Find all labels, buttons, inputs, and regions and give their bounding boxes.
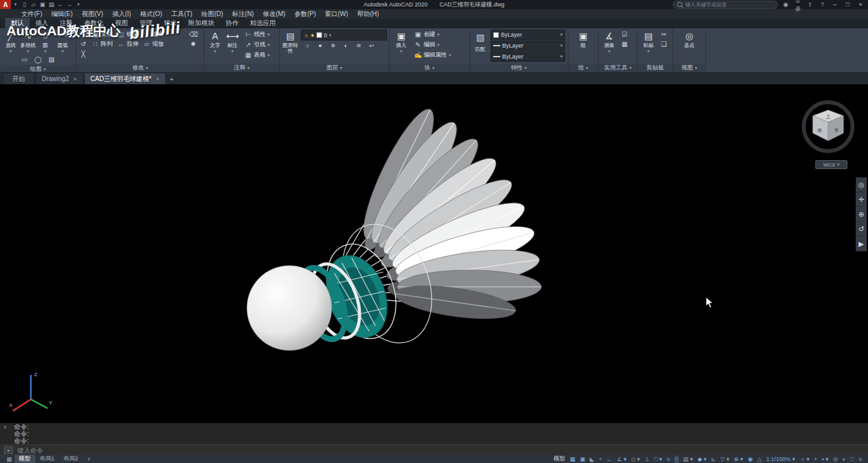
- menu-item[interactable]: 绘图(D): [197, 9, 228, 19]
- share-icon[interactable]: ⇪: [806, 0, 815, 9]
- save-icon[interactable]: ▣: [38, 0, 47, 9]
- add-layout-button[interactable]: +: [83, 455, 95, 463]
- ribbon-tab-annotate[interactable]: 注释: [54, 18, 78, 28]
- layer-lock-icon[interactable]: ◐: [339, 41, 352, 50]
- menu-item[interactable]: 工具(T): [167, 9, 197, 19]
- autoscale-icon[interactable]: △: [755, 455, 764, 463]
- ribbon-tab-collaborate[interactable]: 协作: [220, 18, 244, 28]
- isodraft-icon[interactable]: ◇ ▾: [629, 455, 642, 463]
- command-input[interactable]: [16, 446, 224, 455]
- menu-item[interactable]: 格式(O): [136, 9, 167, 19]
- navigation-wheel-icon[interactable]: ◎: [856, 177, 867, 192]
- ribbon-tab-home[interactable]: 默认: [5, 18, 30, 28]
- edit-block-button[interactable]: ✎ 编辑 ▾: [413, 40, 453, 50]
- layout1-tab[interactable]: 布局1: [35, 455, 59, 463]
- linetype-select[interactable]: ByLayer ▾: [491, 51, 565, 62]
- lineweight-select[interactable]: ByLayer ▾: [491, 41, 565, 51]
- layer-select[interactable]: ☼ ● 0 ▾: [301, 30, 387, 41]
- search-box[interactable]: [673, 1, 778, 9]
- layer-freeze-icon[interactable]: ❄: [327, 41, 339, 50]
- dynamic-input-icon[interactable]: +: [597, 455, 604, 463]
- annotation-visibility-icon[interactable]: ◉: [745, 455, 755, 463]
- ribbon-tab-featured[interactable]: 精选应用: [244, 18, 282, 28]
- dimension-button[interactable]: ⟷ 标注 ▾: [224, 30, 241, 54]
- qat-caret-icon[interactable]: ▾: [74, 0, 83, 9]
- ribbon-tab-view[interactable]: 视图: [109, 18, 134, 28]
- panel-title-utilities[interactable]: 实用工具 ▾: [599, 64, 637, 72]
- selection-cycling-icon[interactable]: ▤ ▾: [681, 455, 696, 463]
- paste-button[interactable]: ▤ 粘贴 ▾: [640, 30, 657, 54]
- workspace-switching-icon[interactable]: ☼ ▾: [797, 455, 811, 463]
- panel-title-modify[interactable]: 修改 ▾: [77, 64, 204, 72]
- layer-properties-button[interactable]: ▤ 图层特性: [282, 30, 299, 54]
- menu-item[interactable]: 文件(F): [17, 9, 47, 19]
- osnap-tracking-icon[interactable]: ⊥: [642, 455, 652, 463]
- ribbon-tab-addins[interactable]: 附加模块: [183, 18, 220, 28]
- drawing-canvas[interactable]: 上 南 东 WCS ▾ ◎ ✛ ⊕ ↺ ▶ Z X Y: [0, 84, 868, 422]
- ui-lock-icon[interactable]: ▪ ▾: [820, 455, 831, 463]
- layout-grid-icon[interactable]: ▦: [4, 456, 15, 462]
- trim-button[interactable]: ╳: [78, 49, 88, 58]
- file-tab-drawing2[interactable]: Drawing2 ×: [35, 73, 84, 84]
- panel-title-group[interactable]: 组 ▾: [568, 64, 598, 72]
- arc-button[interactable]: ◠ 圆弧 ▾: [54, 30, 71, 54]
- panel-title-properties[interactable]: 特性 ▾: [470, 64, 568, 72]
- search-input[interactable]: [684, 1, 764, 8]
- menu-item[interactable]: 修改(M): [258, 9, 290, 19]
- rectangle-icon[interactable]: ▭: [20, 55, 30, 64]
- graphics-performance-icon[interactable]: ◐: [840, 455, 848, 463]
- command-menu-icon[interactable]: ▾: [4, 446, 13, 454]
- minimize-button[interactable]: –: [830, 1, 840, 8]
- layer-prev-icon[interactable]: ↩: [365, 41, 378, 50]
- maximize-button[interactable]: □: [843, 1, 853, 8]
- group-button[interactable]: ▣ 组: [575, 30, 592, 48]
- help-icon[interactable]: ?: [818, 0, 827, 9]
- line-button[interactable]: ╱ 直线 ▾: [2, 30, 19, 54]
- panel-title-clipboard[interactable]: 剪贴板: [638, 64, 673, 72]
- isolate-objects-icon[interactable]: ◎: [831, 455, 840, 463]
- copy-button[interactable]: ▣ 复制: [90, 30, 116, 39]
- panel-title-layers[interactable]: 图层 ▾: [280, 64, 389, 72]
- erase-icon[interactable]: ⌫: [188, 30, 198, 39]
- viewcube-right-label[interactable]: 东: [835, 128, 839, 132]
- ribbon-tab-output[interactable]: 输出: [158, 18, 183, 28]
- layout2-tab[interactable]: 布局2: [59, 455, 83, 463]
- viewcube-top-label[interactable]: 上: [825, 114, 831, 120]
- menu-item[interactable]: 插入(I): [107, 9, 135, 19]
- showmotion-icon[interactable]: ▶: [856, 237, 867, 251]
- linear-dimension-button[interactable]: ⊢ 线性 ▾: [243, 30, 271, 39]
- base-point-button[interactable]: ◎ 基点: [681, 30, 698, 48]
- app-logo[interactable]: A: [0, 0, 11, 9]
- quick-select-icon[interactable]: ☑: [620, 30, 629, 39]
- customize-icon[interactable]: ≡: [856, 455, 864, 463]
- mirror-button[interactable]: ◫ 镜像: [116, 30, 141, 39]
- plot-icon[interactable]: ▤: [47, 0, 56, 9]
- ribbon-tab-insert[interactable]: 插入: [30, 18, 54, 28]
- zoom-icon[interactable]: ⊕: [856, 207, 867, 222]
- leader-button[interactable]: ↗ 引线 ▾: [243, 40, 271, 50]
- annotation-monitor-icon[interactable]: +: [812, 455, 820, 463]
- polar-tracking-icon[interactable]: ∠ ▾: [615, 455, 629, 463]
- hatch-icon[interactable]: ▨: [47, 55, 57, 64]
- command-close-icon[interactable]: ×: [3, 424, 7, 431]
- measure-button[interactable]: ∡ 测量 ▾: [601, 30, 618, 54]
- match-properties-button[interactable]: ▧: [476, 30, 485, 45]
- layer-off-icon[interactable]: ☼: [301, 41, 314, 50]
- menu-item[interactable]: 标注(N): [228, 9, 258, 19]
- move-button[interactable]: ✛: [78, 30, 88, 39]
- viewcube[interactable]: 上 南 东: [797, 95, 859, 159]
- ellipse-icon[interactable]: ◯: [33, 55, 43, 64]
- osnap-icon[interactable]: □ ▾: [652, 455, 664, 463]
- layer-isolate-icon[interactable]: ●: [314, 41, 327, 50]
- copy-clip-icon[interactable]: ❏: [659, 39, 669, 48]
- open-file-icon[interactable]: ▱: [29, 0, 38, 9]
- panel-title-view[interactable]: 视图 ▾: [673, 64, 705, 72]
- insert-block-button[interactable]: ▣ 插入 ▾: [392, 30, 411, 54]
- text-button[interactable]: A 文字 ▾: [206, 30, 224, 54]
- circle-button[interactable]: ○ 圆 ▾: [37, 30, 54, 54]
- app-menu-caret-icon[interactable]: ▾: [11, 0, 20, 9]
- close-tab-icon[interactable]: ×: [156, 76, 159, 82]
- fillet-button[interactable]: ◞ 圆角: [141, 30, 167, 39]
- explode-icon[interactable]: ✸: [188, 39, 198, 48]
- ortho-icon[interactable]: ∟: [604, 455, 615, 463]
